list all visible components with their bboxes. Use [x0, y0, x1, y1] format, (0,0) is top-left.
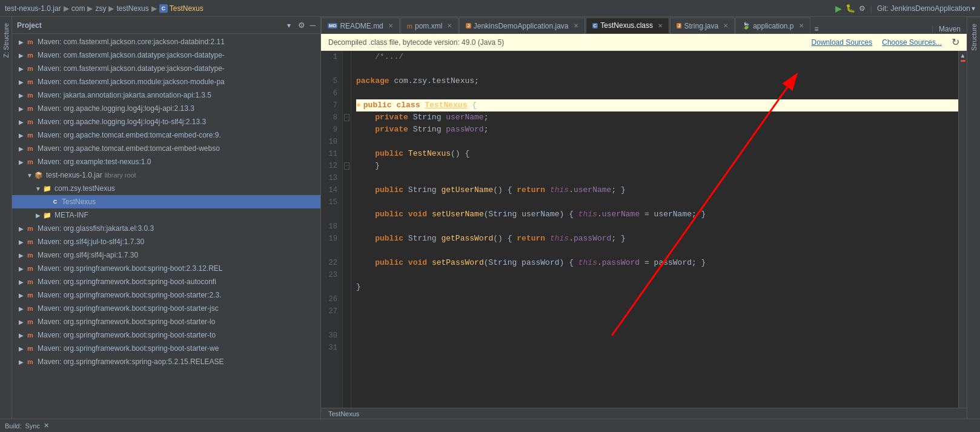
tab-close-jenkins[interactable]: ✕: [574, 22, 578, 29]
tree-item-log4j-api[interactable]: ▶ m Maven: org.apache.logging.log4j:log4…: [12, 102, 320, 115]
tree-arrow[interactable]: ▶: [17, 79, 25, 85]
tree-item-jakarta-annotation[interactable]: ▶ m Maven: jakarta.annotation:jakarta.an…: [12, 88, 320, 102]
tabs-overflow-button[interactable]: ≡: [811, 25, 823, 33]
breadcrumb-item-testnexus-pkg[interactable]: testNexus: [116, 4, 148, 13]
tree-arrow[interactable]: ▼: [34, 185, 42, 192]
tab-testnexus[interactable]: C TestNexus.class ✕: [586, 18, 669, 33]
git-dropdown-icon[interactable]: ▾: [972, 4, 975, 13]
tree-arrow[interactable]: ▶: [17, 225, 25, 232]
tab-close-readme[interactable]: ✕: [388, 22, 393, 29]
tree-item-springboot-starter[interactable]: ▶ m Maven: org.springframework.boot:spri…: [12, 288, 320, 302]
tab-icon-xml: m: [407, 22, 412, 30]
tree-item-springboot[interactable]: ▶ m Maven: org.springframework.boot:spri…: [12, 262, 320, 275]
tree-label: Maven: jakarta.annotation:jakarta.annota…: [38, 91, 211, 99]
tree-arrow[interactable]: ▶: [17, 305, 25, 312]
tree-item-org-example[interactable]: ▶ m Maven: org.example:test-nexus:1.0: [12, 155, 320, 168]
tree-item-jul-slf4j[interactable]: ▶ m Maven: org.slf4j:jul-to-slf4j:1.7.30: [12, 235, 320, 248]
tree-item-tomcat-websocket[interactable]: ▶ m Maven: org.apache.tomcat.embed:tomca…: [12, 142, 320, 155]
tree-arrow[interactable]: ▶: [17, 145, 25, 152]
tree-item-springboot-starter-to[interactable]: ▶ m Maven: org.springframework.boot:spri…: [12, 328, 320, 342]
tree-arrow[interactable]: ▶: [17, 92, 25, 99]
tree-item-tomcat-core[interactable]: ▶ m Maven: org.apache.tomcat.embed:tomca…: [12, 128, 320, 142]
tree-arrow[interactable]: ▶: [17, 252, 25, 259]
tree-item-springboot-autoconfig[interactable]: ▶ m Maven: org.springframework.boot:spri…: [12, 275, 320, 288]
tree-item-log4j-slf4j[interactable]: ▶ m Maven: org.apache.logging.log4j:log4…: [12, 115, 320, 128]
tree-item-jar[interactable]: ▼ 📦 test-nexus-1.0.jar library root: [12, 168, 320, 182]
tree-arrow[interactable]: ▶: [17, 239, 25, 245]
tab-label-application: application.p: [753, 22, 793, 30]
tree-item-springboot-starter-lo[interactable]: ▶ m Maven: org.springframework.boot:spri…: [12, 315, 320, 328]
breadcrumb-item-zsy[interactable]: zsy: [95, 4, 106, 13]
tree-arrow[interactable]: ▶: [17, 132, 25, 139]
tree-arrow[interactable]: ▶: [17, 279, 25, 285]
tree-item-jackson-datatype2[interactable]: ▶ m Maven: com.fasterxml.jackson.datatyp…: [12, 62, 320, 75]
tree-item-springboot-starter-we[interactable]: ▶ m Maven: org.springframework.boot:spri…: [12, 342, 320, 355]
tree-arrow[interactable]: ▶: [17, 359, 25, 365]
download-sources-link[interactable]: Download Sources: [812, 38, 873, 47]
sidebar-dropdown-icon[interactable]: ▾: [287, 21, 291, 30]
tree-arrow[interactable]: ▶: [34, 212, 42, 219]
tab-icon-application: 🍃: [742, 22, 750, 30]
tree-label: Maven: org.slf4j:slf4j-api:1.7.30: [38, 251, 138, 259]
tab-jenkins[interactable]: J JenkinsDemoApplication.java ✕: [459, 18, 584, 33]
tree-item-spring-aop[interactable]: ▶ m Maven: org.springframework:spring-ao…: [12, 355, 320, 368]
sync-close-button[interactable]: ✕: [44, 422, 49, 430]
tree-item-jackson-databind[interactable]: ▶ m Maven: com.fasterxml.jackson.core:ja…: [12, 35, 320, 48]
tree-arrow[interactable]: ▶: [17, 65, 25, 72]
sidebar-minimize-icon[interactable]: ─: [310, 21, 316, 30]
tree-item-jackson-datatype1[interactable]: ▶ m Maven: com.fasterxml.jackson.datatyp…: [12, 48, 320, 62]
tab-readme[interactable]: MD README.md ✕: [321, 18, 400, 33]
tab-close-testnexus[interactable]: ✕: [658, 22, 663, 29]
tree-arrow[interactable]: ▶: [17, 319, 25, 325]
maven-tab-top[interactable]: Maven: [932, 25, 967, 33]
tree-arrow[interactable]: ▶: [17, 332, 25, 339]
tab-icon-string: J: [677, 23, 681, 28]
z-structure-label[interactable]: Z: Structure: [0, 17, 12, 64]
tree-arrow[interactable]: ▶: [17, 159, 25, 165]
sync-button[interactable]: Sync: [25, 422, 40, 430]
reload-button[interactable]: ↻: [952, 36, 959, 48]
tree-item-metainf[interactable]: ▶ 📁 META-INF: [12, 208, 320, 222]
code-line-26: [356, 245, 958, 257]
decompiled-banner: Decompiled .class file, bytecode version…: [321, 34, 967, 51]
fold-marker-12[interactable]: −: [343, 160, 351, 172]
tree-arrow[interactable]: ▶: [17, 292, 25, 299]
breadcrumb-item-jar[interactable]: test-nexus-1.0.jar: [5, 4, 61, 13]
tree-item-springboot-starter-jsc[interactable]: ▶ m Maven: org.springframework.boot:spri…: [12, 302, 320, 315]
tree-arrow[interactable]: ▶: [17, 345, 25, 352]
tree-arrow[interactable]: ▶: [17, 119, 25, 125]
structure-side-tab[interactable]: Structure: [967, 17, 980, 57]
tree-arrow[interactable]: ▼: [25, 172, 34, 179]
sidebar-gear-icon[interactable]: ⚙: [298, 21, 305, 30]
choose-sources-link[interactable]: Choose Sources...: [882, 38, 942, 47]
tab-close-pom[interactable]: ✕: [447, 22, 452, 29]
code-content[interactable]: /*.../ package com.zsy.testNexus; ● publ…: [351, 51, 958, 408]
tree-arrow[interactable]: ▶: [17, 52, 25, 59]
breadcrumb-item-testnexus-class[interactable]: TestNexus: [170, 4, 204, 13]
jenkins-demo-label[interactable]: JenkinsDemoApplication: [891, 4, 970, 13]
fold-marker-8[interactable]: −: [343, 111, 351, 124]
tree-item-jakarta-el[interactable]: ▶ m Maven: org.glassfish:jakarta.el:3.0.…: [12, 222, 320, 235]
tree-item-jackson-module[interactable]: ▶ m Maven: com.fasterxml.jackson.module:…: [12, 75, 320, 88]
maven-icon: m: [25, 64, 35, 73]
run-icon[interactable]: ▶: [835, 4, 842, 13]
debug-icon[interactable]: 🐛: [846, 4, 855, 13]
build-icon[interactable]: ⚙: [859, 4, 866, 13]
tree-item-testnexus[interactable]: C TestNexus: [12, 195, 320, 208]
tab-application[interactable]: 🍃 application.p ✕: [735, 18, 810, 33]
scroll-up-icon[interactable]: ▲: [960, 52, 966, 59]
tree-arrow[interactable]: ▶: [17, 39, 25, 45]
tree-label: com.zsy.testNexus: [55, 184, 115, 193]
maven-icon: m: [25, 157, 35, 167]
tab-pom[interactable]: m pom.xml ✕: [400, 18, 459, 33]
tree-item-package[interactable]: ▼ 📁 com.zsy.testNexus: [12, 182, 320, 195]
z-structure-panel[interactable]: Z: Structure: [0, 17, 12, 419]
breadcrumb-item-com[interactable]: com: [71, 4, 85, 13]
tab-string[interactable]: J String.java ✕: [670, 18, 735, 33]
tree-item-slf4j-api[interactable]: ▶ m Maven: org.slf4j:slf4j-api:1.7.30: [12, 248, 320, 262]
tab-close-string[interactable]: ✕: [723, 22, 728, 29]
tab-close-application[interactable]: ✕: [799, 22, 804, 29]
tree-arrow[interactable]: ▶: [17, 105, 25, 112]
tree-arrow[interactable]: ▶: [17, 265, 25, 272]
code-line-18: [356, 196, 958, 208]
